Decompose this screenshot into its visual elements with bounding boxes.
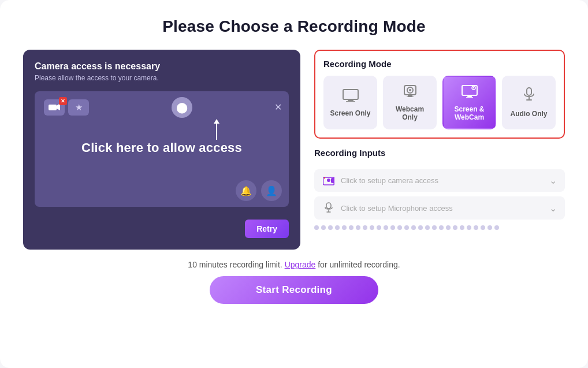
svg-rect-4 — [346, 101, 355, 102]
recording-inputs-label: Recording Inputs — [314, 148, 565, 158]
star-icon: ★ — [68, 99, 89, 116]
start-recording-button[interactable]: Start Recording — [210, 276, 378, 304]
dot — [384, 225, 388, 230]
record-circle-icon: ⬤ — [172, 97, 192, 118]
audio-only-label: Audio Only — [511, 110, 548, 118]
dot — [474, 225, 478, 230]
recording-inputs-section: Recording Inputs Click to setup camera a… — [314, 148, 565, 230]
dot — [439, 225, 444, 230]
retry-button[interactable]: Retry — [245, 220, 289, 238]
mode-options: Screen Only Webcam Only — [323, 76, 556, 129]
svg-rect-3 — [348, 99, 353, 101]
camera-chevron-icon: ⌄ — [549, 175, 557, 186]
screen-webcam-label: Screen & WebCam — [447, 105, 492, 121]
camera-preview-box: ✕ ★ ⬤ ✕ Click here to allow access — [35, 91, 289, 207]
dot — [363, 225, 367, 230]
dot — [460, 225, 464, 230]
mic-input-text: Click to setup Microphone access — [341, 204, 544, 213]
camera-panel: Camera access is necessary Please allow … — [23, 50, 300, 250]
webcam-only-icon — [403, 84, 418, 102]
dot — [432, 225, 437, 230]
dot — [487, 225, 492, 230]
svg-marker-20 — [331, 177, 334, 184]
mode-screen-webcam[interactable]: Screen & WebCam — [442, 76, 496, 129]
preview-bottom-icons: 🔔 👤 — [236, 180, 282, 201]
page-title: Please Choose a Recording Mode — [162, 17, 426, 36]
camera-panel-subtitle: Please allow the access to your camera. — [35, 74, 289, 82]
dot — [446, 225, 451, 230]
dot — [390, 225, 395, 230]
svg-rect-22 — [326, 203, 331, 209]
preview-top-bar: ✕ ★ ⬤ ✕ — [42, 97, 282, 118]
camera-input-icon — [322, 176, 335, 185]
mic-input-icon — [322, 202, 335, 214]
content-row: Camera access is necessary Please allow … — [23, 50, 565, 250]
svg-rect-13 — [467, 95, 472, 97]
error-badge: ✕ — [59, 97, 67, 105]
footer-section: 10 minutes recording limit. Upgrade for … — [188, 260, 400, 304]
dot — [328, 225, 333, 230]
preview-bottom-bar: 🔔 👤 — [42, 180, 282, 201]
mic-input-row[interactable]: Click to setup Microphone access ⌄ — [314, 196, 565, 220]
dot — [467, 225, 471, 230]
svg-rect-0 — [49, 105, 57, 110]
dot — [349, 225, 353, 230]
svg-rect-9 — [407, 96, 414, 97]
svg-rect-14 — [466, 97, 473, 98]
dot — [494, 225, 499, 230]
close-preview-button[interactable]: ✕ — [274, 103, 282, 112]
screen-only-label: Screen Only — [330, 109, 370, 117]
webcam-only-label: Webcam Only — [388, 105, 432, 121]
bell-icon: 🔔 — [236, 180, 256, 201]
right-panel: Recording Mode Screen Only — [314, 50, 565, 230]
upgrade-link[interactable]: Upgrade — [285, 260, 316, 269]
limit-text: 10 minutes recording limit. Upgrade for … — [188, 260, 400, 269]
svg-rect-8 — [408, 95, 412, 96]
screen-webcam-icon — [462, 84, 478, 102]
dots-row — [314, 225, 565, 230]
dot — [321, 225, 326, 230]
dot — [335, 225, 340, 230]
dot — [481, 225, 485, 230]
dot — [370, 225, 374, 230]
dot — [342, 225, 347, 230]
camera-input-row[interactable]: Click to setup camera access ⌄ — [314, 169, 565, 192]
dot — [411, 225, 416, 230]
camera-input-text: Click to setup camera access — [341, 176, 544, 185]
dot — [397, 225, 402, 230]
dot — [418, 225, 423, 230]
arrow-indicator — [214, 119, 219, 140]
audio-only-icon — [523, 87, 535, 106]
dot — [453, 225, 457, 230]
mic-chevron-icon: ⌄ — [549, 203, 557, 214]
screen-only-icon — [343, 88, 359, 106]
dot — [356, 225, 360, 230]
svg-point-12 — [472, 87, 474, 88]
svg-rect-2 — [343, 90, 358, 99]
recording-mode-label: Recording Mode — [323, 59, 556, 69]
svg-rect-15 — [527, 88, 531, 95]
camera-icon-wrapper: ✕ — [44, 99, 65, 116]
camera-panel-title: Camera access is necessary — [35, 61, 289, 72]
mode-webcam-only[interactable]: Webcam Only — [383, 76, 437, 129]
user-icon: 👤 — [261, 180, 282, 201]
allow-access-text: Click here to allow access — [81, 140, 242, 155]
svg-point-6 — [409, 89, 411, 91]
dot — [377, 225, 381, 230]
svg-point-21 — [324, 177, 325, 178]
dot — [314, 225, 319, 230]
mode-screen-only[interactable]: Screen Only — [323, 76, 377, 129]
recording-mode-section: Recording Mode Screen Only — [314, 50, 565, 139]
toolbar-icons: ✕ ★ — [44, 99, 89, 116]
mode-audio-only[interactable]: Audio Only — [502, 76, 556, 129]
svg-point-18 — [327, 179, 330, 182]
dot — [404, 225, 409, 230]
dot — [425, 225, 430, 230]
main-container: Please Choose a Recording Mode Camera ac… — [0, 0, 588, 368]
